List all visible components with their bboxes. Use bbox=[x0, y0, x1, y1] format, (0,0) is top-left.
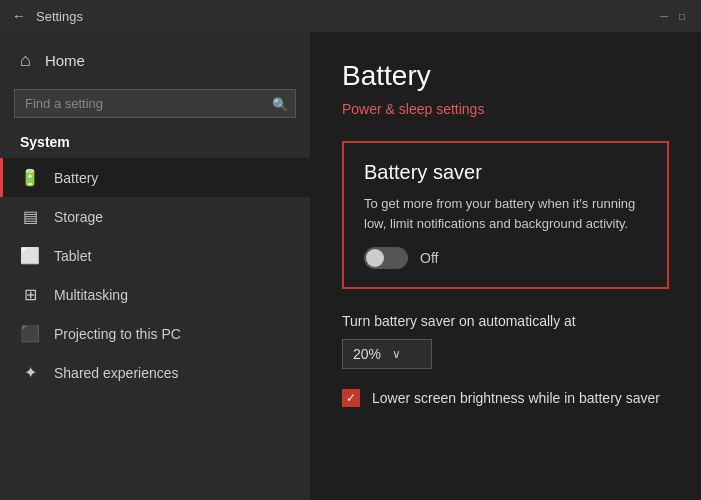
battery-saver-toggle[interactable] bbox=[364, 247, 408, 269]
page-title: Battery bbox=[342, 60, 669, 92]
auto-battery-saver-section: Turn battery saver on automatically at 2… bbox=[342, 313, 669, 369]
shared-icon: ✦ bbox=[20, 363, 40, 382]
title-bar: ← Settings ─ □ bbox=[0, 0, 701, 32]
power-sleep-link[interactable]: Power & sleep settings bbox=[342, 101, 484, 117]
content-area: Battery Power & sleep settings Battery s… bbox=[310, 32, 701, 500]
projecting-icon: ⬛ bbox=[20, 324, 40, 343]
back-icon[interactable]: ← bbox=[12, 8, 26, 24]
tablet-icon: ⬜ bbox=[20, 246, 40, 265]
battery-percent-dropdown[interactable]: 20% ∨ bbox=[342, 339, 432, 369]
battery-saver-title: Battery saver bbox=[364, 161, 647, 184]
checkmark-icon: ✓ bbox=[346, 391, 356, 405]
sidebar-item-shared-label: Shared experiences bbox=[54, 365, 179, 381]
title-bar-controls: ─ □ bbox=[657, 9, 689, 23]
toggle-knob bbox=[366, 249, 384, 267]
title-bar-title: Settings bbox=[36, 9, 83, 24]
dropdown-value: 20% bbox=[353, 346, 381, 362]
sidebar-item-tablet[interactable]: ⬜ Tablet bbox=[0, 236, 310, 275]
battery-saver-description: To get more from your battery when it's … bbox=[364, 194, 647, 233]
sidebar-home-item[interactable]: ⌂ Home bbox=[0, 40, 310, 81]
brightness-checkbox-label: Lower screen brightness while in battery… bbox=[372, 390, 660, 406]
battery-saver-section: Battery saver To get more from your batt… bbox=[342, 141, 669, 289]
dropdown-row: 20% ∨ bbox=[342, 339, 669, 369]
toggle-row: Off bbox=[364, 247, 647, 269]
sidebar-item-projecting[interactable]: ⬛ Projecting to this PC bbox=[0, 314, 310, 353]
sidebar: ⌂ Home 🔍 System 🔋 Battery ▤ Storage ⬜ Ta… bbox=[0, 32, 310, 500]
sidebar-item-storage[interactable]: ▤ Storage bbox=[0, 197, 310, 236]
main-layout: ⌂ Home 🔍 System 🔋 Battery ▤ Storage ⬜ Ta… bbox=[0, 32, 701, 500]
sidebar-item-storage-label: Storage bbox=[54, 209, 103, 225]
dropdown-arrow-icon: ∨ bbox=[392, 347, 401, 361]
toggle-label: Off bbox=[420, 250, 438, 266]
brightness-checkbox[interactable]: ✓ bbox=[342, 389, 360, 407]
multitasking-icon: ⊞ bbox=[20, 285, 40, 304]
sidebar-item-battery-label: Battery bbox=[54, 170, 98, 186]
sidebar-item-tablet-label: Tablet bbox=[54, 248, 91, 264]
title-bar-left: ← Settings bbox=[12, 8, 83, 24]
sidebar-item-multitasking-label: Multitasking bbox=[54, 287, 128, 303]
home-icon: ⌂ bbox=[20, 50, 31, 71]
sidebar-item-multitasking[interactable]: ⊞ Multitasking bbox=[0, 275, 310, 314]
search-input[interactable] bbox=[14, 89, 296, 118]
auto-section-label: Turn battery saver on automatically at bbox=[342, 313, 669, 329]
minimize-button[interactable]: ─ bbox=[657, 9, 671, 23]
search-box: 🔍 bbox=[14, 89, 296, 118]
sidebar-item-battery[interactable]: 🔋 Battery bbox=[0, 158, 310, 197]
sidebar-home-label: Home bbox=[45, 52, 85, 69]
maximize-button[interactable]: □ bbox=[675, 9, 689, 23]
battery-icon: 🔋 bbox=[20, 168, 40, 187]
sidebar-item-shared[interactable]: ✦ Shared experiences bbox=[0, 353, 310, 392]
search-icon: 🔍 bbox=[272, 96, 288, 111]
sidebar-section-label: System bbox=[0, 130, 310, 158]
brightness-checkbox-row: ✓ Lower screen brightness while in batte… bbox=[342, 389, 669, 407]
sidebar-item-projecting-label: Projecting to this PC bbox=[54, 326, 181, 342]
storage-icon: ▤ bbox=[20, 207, 40, 226]
